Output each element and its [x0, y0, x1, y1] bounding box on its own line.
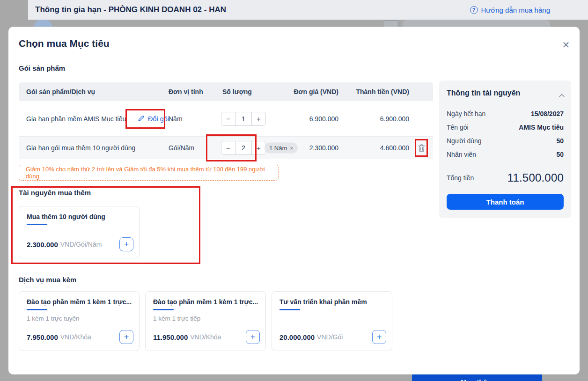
pencil-icon: [138, 115, 145, 122]
quantity-value[interactable]: 1: [235, 112, 252, 125]
trash-icon: [418, 144, 426, 153]
pay-button[interactable]: Thanh toán: [447, 194, 564, 210]
product-table: Gói sản phẩm/Dịch vụ Đơn vị tính Số lượn…: [19, 82, 433, 159]
products-heading: Gói sản phẩm: [19, 64, 65, 72]
plus-button[interactable]: +: [252, 112, 265, 125]
card-title-underline: [153, 309, 174, 310]
service-card-title: Đào tạo phần mềm 1 kèm 1 trực...: [27, 298, 132, 306]
col-header-total: Thành tiền (VND): [356, 88, 409, 95]
service-card: Đào tạo phần mềm 1 kèm 1 trực... 1 kèm 1…: [145, 291, 266, 351]
card-title-underline: [279, 309, 300, 310]
summary-value: 50: [556, 137, 564, 145]
divider: [439, 164, 571, 164]
table-header-row: Gói sản phẩm/Dịch vụ Đơn vị tính Số lượn…: [19, 82, 433, 101]
tag-close-icon[interactable]: ×: [290, 145, 293, 151]
line-total: 4.600.000: [380, 144, 409, 152]
plus-icon: +: [124, 333, 129, 341]
minus-button[interactable]: −: [221, 141, 235, 154]
change-package-button[interactable]: Đổi gói: [138, 115, 169, 123]
service-price-unit: VND/Khóa: [190, 333, 221, 341]
services-heading: Dịch vụ mua kèm: [19, 276, 76, 284]
page-title: Thông tin gia hạn - PHÒNG KINH DOANH 02 …: [35, 5, 226, 15]
plus-icon: +: [250, 333, 256, 341]
col-header-unit: Đơn vị tính: [169, 88, 203, 95]
service-price-unit: VND/Gói: [317, 333, 343, 341]
chevron-up-icon[interactable]: [559, 91, 565, 99]
summary-value: AMIS Mục tiêu: [519, 124, 564, 131]
product-unit: Gói/Năm: [169, 144, 194, 152]
service-card-subtitle: 1 kèm 1 trực tiếp: [153, 315, 258, 322]
service-card-title: Tư vấn triển khai phần mềm: [279, 298, 384, 306]
quantity-stepper: − 1 +: [221, 112, 266, 126]
total-label: Tổng tiền: [447, 174, 474, 182]
purchase-modal: Chọn mua Mục tiêu ✕ Gói sản phẩm Gói sản…: [8, 27, 580, 374]
app-header: Thông tin gia hạn - PHÒNG KINH DOANH 02 …: [28, 0, 588, 20]
promo-note: Giảm 10% cho năm thứ 2 trở lên và Giảm t…: [19, 165, 279, 181]
service-card: Tư vấn triển khai phần mềm 20.000.000 VN…: [272, 291, 392, 351]
unit-price: 6.900.000: [309, 115, 338, 123]
product-name: Gia hạn gói mua thêm 10 người dùng: [26, 144, 167, 152]
term-tag[interactable]: 1 Năm ×: [265, 143, 298, 154]
help-link-label: Hướng dẫn mua hàng: [481, 6, 550, 14]
addon-card-title: Mua thêm 10 người dùng: [27, 213, 132, 220]
addon-price: 2.300.000: [27, 241, 58, 249]
add-service-button[interactable]: +: [246, 330, 260, 344]
summary-value: 50: [556, 151, 564, 158]
table-row: Gia hạn gói mua thêm 10 người dùng Gói/N…: [19, 137, 433, 159]
help-link[interactable]: ? Hướng dẫn mua hàng: [470, 6, 550, 14]
resource-info-heading: Thông tin tài nguyên: [447, 89, 520, 97]
add-addon-button[interactable]: +: [119, 237, 133, 251]
summary-value: 15/08/2027: [531, 110, 564, 117]
service-card: Đào tạo phần mềm 1 kèm 1 trực... 1 kèm 1…: [19, 291, 140, 351]
dimmed-buy-more-button: Mua thêm: [412, 374, 542, 381]
unit-price: 2.300.000: [309, 144, 338, 152]
summary-label: Người dùng: [447, 137, 482, 145]
quantity-stepper: − 2 +: [221, 141, 266, 155]
close-icon[interactable]: ✕: [560, 39, 572, 51]
summary-row: Nhân viên 50: [447, 147, 564, 161]
summary-label: Tên gói: [447, 124, 469, 131]
total-value: 11.500.000: [507, 171, 564, 184]
total-row: Tổng tiền 11.500.000: [447, 169, 564, 187]
summary-row: Người dùng 50: [447, 134, 564, 147]
service-price-unit: VND/Khóa: [60, 333, 91, 341]
addon-price-unit: VND/Gói/Năm: [60, 241, 102, 248]
plus-icon: +: [124, 240, 129, 249]
quantity-value[interactable]: 2: [235, 141, 252, 154]
add-service-button[interactable]: +: [119, 330, 133, 344]
service-price: 11.950.000: [153, 333, 188, 341]
minus-button[interactable]: −: [221, 112, 235, 125]
summary-row: Ngày hết hạn 15/08/2027: [447, 107, 564, 120]
col-header-quantity: Số lượng: [222, 88, 252, 95]
summary-row: Tên gói AMIS Mục tiêu: [447, 120, 564, 134]
product-unit: Năm: [169, 115, 183, 123]
service-price: 20.000.000: [279, 333, 315, 341]
term-tag-label: 1 Năm: [269, 145, 287, 152]
col-header-unit-price: Đơn giá (VND): [294, 88, 338, 95]
addon-card: Mua thêm 10 người dùng 2.300.000 VND/Gói…: [19, 206, 140, 258]
table-row: Gia hạn phần mềm AMIS Mục tiêu Đổi gói N…: [19, 101, 433, 137]
addons-heading: Tài nguyên mua thêm: [19, 189, 91, 197]
col-header-product: Gói sản phẩm/Dịch vụ: [26, 88, 167, 95]
service-price: 7.950.000: [27, 333, 58, 341]
delete-row-button[interactable]: [417, 143, 426, 153]
screen: Mua thêm Thông tin gia hạn - PHÒNG KINH …: [0, 0, 588, 381]
change-package-label: Đổi gói: [148, 115, 169, 123]
question-circle-icon: ?: [470, 6, 478, 14]
service-card-title: Đào tạo phần mềm 1 kèm 1 trực...: [153, 298, 258, 306]
add-service-button[interactable]: +: [372, 330, 386, 344]
card-title-underline: [27, 309, 47, 310]
service-card-subtitle: 1 kèm 1 trực tuyến: [27, 315, 132, 322]
plus-button[interactable]: +: [252, 141, 265, 154]
plus-icon: +: [377, 333, 382, 341]
modal-title: Chọn mua Mục tiêu: [19, 38, 110, 49]
resource-info-panel: Thông tin tài nguyên Ngày hết hạn 15/08/…: [439, 81, 571, 218]
card-title-underline: [27, 224, 47, 225]
summary-label: Nhân viên: [447, 151, 476, 158]
line-total: 6.900.000: [380, 115, 409, 123]
summary-label: Ngày hết hạn: [447, 110, 485, 117]
product-name: Gia hạn phần mềm AMIS Mục tiêu: [26, 114, 134, 124]
